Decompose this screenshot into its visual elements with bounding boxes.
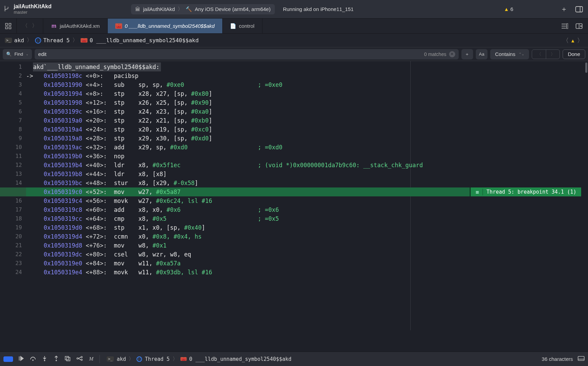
find-mode-select[interactable]: 🔍 Find ⌄ <box>3 49 32 59</box>
line-number: 13 <box>0 170 26 179</box>
disasm-line[interactable]: 0x1050319d8 <+76>: mov w8, #0x1 <box>26 241 588 250</box>
thread-icon: || <box>35 37 41 44</box>
breakpoint-toggle[interactable] <box>3 356 13 362</box>
metal-debugger-button[interactable]: M <box>88 356 95 362</box>
debug-jumpbar[interactable]: >_ akd 〉 || Thread 5 〉 🧰 0 ___lldb_unnam… <box>107 356 292 362</box>
continue-button[interactable] <box>18 356 25 362</box>
tab-bar: 〈 〉 m jailAuthKitAkd.xm 🧰 0 ___lldb_unna… <box>0 19 588 34</box>
find-match-count: 0 matches <box>424 52 446 57</box>
disasm-line[interactable]: 0x1050319b8 <+44>: ldr x8, [x8] <box>26 170 588 179</box>
line-number: 7 <box>0 116 26 125</box>
show-library-button[interactable] <box>574 4 585 14</box>
disasm-line[interactable]: 0x1050319d0 <+68>: stp x1, x0, [sp, #0x4… <box>26 223 588 232</box>
jump-bar[interactable]: >_ akd 〉 || Thread 5 〉 🧰 0 ___lldb_unnam… <box>0 34 588 47</box>
tab-label: 0 ___lldb_unnamed_symbol2540$$akd <box>125 23 215 29</box>
document-icon: 📄 <box>230 23 236 29</box>
svg-rect-8 <box>9 27 11 29</box>
disasm-line[interactable]: 0x1050319a0 <+20>: stp x22, x21, [sp, #0… <box>26 116 588 125</box>
clear-search-button[interactable]: ✕ <box>449 51 455 57</box>
find-mode-label: Find <box>14 52 23 57</box>
svg-point-27 <box>81 356 82 358</box>
related-items-button[interactable] <box>3 21 14 31</box>
prev-issue-button[interactable]: 〈 <box>563 36 569 45</box>
chevron-updown-icon: ⌃⌄ <box>519 52 524 56</box>
disasm-line[interactable]: 0x1050319c4 <+56>: movk w27, #0x6c24, ls… <box>26 196 588 205</box>
disasm-line[interactable]: 0x1050319c0 <+52>: mov w27, #0x5a87 <box>26 187 588 196</box>
disasm-line[interactable]: 0x1050319ac <+32>: add x29, sp, #0xd0 ; … <box>26 143 588 152</box>
disasm-line[interactable]: 0x1050319b4 <+40>: ldr x8, #0x5f1ec ; (v… <box>26 161 588 170</box>
disasm-line[interactable]: 0x10503199c <+16>: stp x24, x23, [sp, #0… <box>26 107 588 116</box>
project-block[interactable]: jailAuthKitAkd master <box>14 3 51 15</box>
tab-label: jailAuthKitAkd.xm <box>60 23 100 29</box>
disasm-line[interactable]: 0x1050319a8 <+28>: stp x29, x30, [sp, #0… <box>26 134 588 143</box>
tab-control[interactable]: 📄 control <box>223 19 262 33</box>
jump-frame: 0 ___lldb_unnamed_symbol2540$$akd <box>90 37 199 44</box>
terminal-icon: >_ <box>107 356 114 362</box>
chevron-down-icon: ⌄ <box>26 52 28 56</box>
svg-point-23 <box>56 360 57 361</box>
find-filter-label: Contains <box>495 51 515 57</box>
disasm-line[interactable]: 0x1050319b0 <+36>: nop <box>26 152 588 161</box>
line-number: 10 <box>0 143 26 152</box>
step-over-button[interactable] <box>30 356 36 362</box>
svg-rect-12 <box>567 23 568 29</box>
warning-icon: ▲ <box>504 6 509 12</box>
jump-thread: Thread 5 <box>43 37 70 44</box>
disasm-line[interactable]: 0x1050319cc <+64>: cmp x8, #0x5 ; =0x5 <box>26 214 588 223</box>
step-out-button[interactable] <box>53 356 60 362</box>
disassembly-editor[interactable]: 123456789101112131415161718192021222324 … <box>0 61 588 330</box>
disasm-line[interactable]: akd`___lldb_unnamed_symbol2540$$akd: <box>26 62 588 71</box>
svg-rect-31 <box>578 356 584 361</box>
tab-source-file[interactable]: m jailAuthKitAkd.xm <box>43 19 108 33</box>
disasm-line[interactable]: 0x105031998 <+12>: stp x26, x25, [sp, #0… <box>26 98 588 107</box>
find-filter-select[interactable]: Contains ⌃⌄ <box>490 49 529 59</box>
chevron-right-icon: 〉 <box>178 6 183 12</box>
tab-disassembly[interactable]: 🧰 0 ___lldb_unnamed_symbol2540$$akd <box>108 19 223 33</box>
add-editor-button[interactable] <box>574 21 585 31</box>
line-number: 5 <box>0 98 26 107</box>
debug-memory-graph-button[interactable] <box>76 356 83 362</box>
disasm-line[interactable]: 0x1050319a4 <+24>: stp x20, x19, [sp, #0… <box>26 125 588 134</box>
nav-forward-button[interactable]: 〉 <box>30 22 39 30</box>
nav-arrows: 〈 〉 <box>17 19 43 33</box>
line-number: 6 <box>0 107 26 116</box>
debug-view-hierarchy-button[interactable] <box>64 356 71 362</box>
add-tab-button[interactable]: ＋ <box>558 4 569 14</box>
disasm-line[interactable]: 0x1050319e4 <+88>: movk w11, #0x93db, ls… <box>26 268 588 277</box>
issue-badge[interactable]: ▲ 6 <box>504 6 513 12</box>
history-button[interactable] <box>559 21 570 31</box>
disasm-line[interactable]: 0x105031994 <+8>: stp x28, x27, [sp, #0x… <box>26 89 588 98</box>
disasm-line[interactable]: 0x105031990 <+4>: sub sp, sp, #0xe0 ; =0… <box>26 80 588 89</box>
disasm-line[interactable]: -> 0x10503198c <+0>: pacibsp <box>26 71 588 80</box>
run-status: Running akd on iPhone11_151 <box>283 6 354 12</box>
line-number: 2 <box>0 71 26 80</box>
line-number: 19 <box>0 223 26 232</box>
nav-back-button[interactable]: 〈 <box>20 22 30 30</box>
disasm-line[interactable]: 0x1050319bc <+48>: stur x8, [x29, #-0x58… <box>26 179 588 187</box>
find-next-button[interactable]: 〉 <box>546 50 560 59</box>
scheme-destination[interactable]: 🏛 jailAuthKitAkd 〉 🔨 Any iOS Device (arm… <box>131 4 274 14</box>
svg-point-2 <box>8 7 9 8</box>
scheme-label: jailAuthKitAkd <box>143 6 175 12</box>
svg-point-28 <box>81 359 82 361</box>
find-bar: 🔍 Find ⌄ 0 matches ✕ ＋ Aa Contains ⌃⌄ 〈 … <box>0 47 588 61</box>
disasm-line[interactable]: 0x1050319e0 <+84>: mov w11, #0xa57a <box>26 259 588 268</box>
disasm-line[interactable]: 0x1050319c8 <+60>: add x8, x0, #0x6 ; =0… <box>26 205 588 214</box>
svg-rect-3 <box>576 7 583 12</box>
disasm-line[interactable]: 0x1050319dc <+80>: csel w8, wzr, w8, eq <box>26 250 588 259</box>
find-input[interactable] <box>38 51 421 57</box>
line-number: 16 <box>0 196 26 205</box>
next-issue-button[interactable]: 〉 <box>577 36 583 45</box>
find-prev-button[interactable]: 〈 <box>532 50 546 59</box>
step-into-button[interactable] <box>41 356 48 362</box>
svg-point-0 <box>4 6 5 7</box>
insert-pattern-button[interactable]: ＋ <box>461 49 473 59</box>
case-sensitive-button[interactable]: Aa <box>476 49 487 59</box>
line-number: 1 <box>0 62 26 71</box>
line-number: 3 <box>0 80 26 89</box>
disasm-line[interactable]: 0x1050319d4 <+72>: ccmn x0, #0x8, #0x4, … <box>26 232 588 241</box>
find-done-button[interactable]: Done <box>563 49 585 59</box>
warning-icon: ▲ <box>572 38 574 43</box>
toolbar: jailAuthKitAkd master 🏛 jailAuthKitAkd 〉… <box>0 0 588 19</box>
hide-debug-area-button[interactable] <box>578 356 585 362</box>
